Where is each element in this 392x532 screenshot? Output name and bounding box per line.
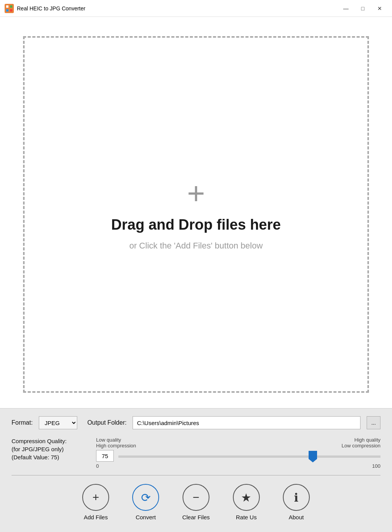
slider-labels-bottom: 0 100 bbox=[96, 463, 380, 469]
drop-zone-title: Drag and Drop files here bbox=[111, 217, 281, 233]
rate-us-button-container[interactable]: ★ Rate Us bbox=[233, 484, 260, 520]
output-folder-input[interactable] bbox=[133, 416, 360, 429]
buttons-row: + Add Files ⟳ Convert − Clear Files ★ Ra… bbox=[12, 480, 380, 528]
about-button[interactable]: ℹ bbox=[283, 484, 310, 511]
divider bbox=[12, 475, 380, 475]
app-icon bbox=[5, 4, 14, 13]
rate-us-label: Rate Us bbox=[236, 514, 257, 520]
add-files-button[interactable]: + bbox=[82, 484, 109, 511]
main-content: + Drag and Drop files here or Click the … bbox=[0, 17, 392, 408]
rate-us-icon: ★ bbox=[241, 491, 251, 504]
low-quality-label: Low quality High compression bbox=[96, 437, 136, 449]
format-select[interactable]: JPEG PNG BMP TIFF bbox=[39, 416, 77, 429]
compression-label: Compression Quality: (for JPG/JPEG only)… bbox=[12, 437, 88, 461]
add-files-button-container[interactable]: + Add Files bbox=[82, 484, 109, 520]
format-output-row: Format: JPEG PNG BMP TIFF Output Folder:… bbox=[12, 416, 380, 429]
output-folder-label: Output Folder: bbox=[87, 419, 126, 426]
convert-button-container[interactable]: ⟳ Convert bbox=[132, 484, 159, 520]
rate-us-button[interactable]: ★ bbox=[233, 484, 260, 511]
minimize-button[interactable]: — bbox=[338, 3, 354, 14]
add-files-label: Add Files bbox=[84, 514, 108, 520]
svg-rect-0 bbox=[5, 4, 14, 13]
maximize-button[interactable]: □ bbox=[355, 3, 370, 14]
title-bar: Real HEIC to JPG Converter — □ ✕ bbox=[0, 0, 392, 17]
convert-button[interactable]: ⟳ bbox=[132, 484, 159, 511]
convert-label: Convert bbox=[136, 514, 156, 520]
app-title: Real HEIC to JPG Converter bbox=[17, 5, 338, 12]
clear-files-label: Clear Files bbox=[182, 514, 210, 520]
quality-slider[interactable] bbox=[118, 455, 380, 458]
svg-rect-4 bbox=[10, 9, 12, 12]
svg-rect-3 bbox=[6, 9, 8, 12]
format-label: Format: bbox=[12, 419, 33, 426]
bottom-panel: Format: JPEG PNG BMP TIFF Output Folder:… bbox=[0, 408, 392, 532]
about-button-container[interactable]: ℹ About bbox=[283, 484, 310, 520]
compression-row: Compression Quality: (for JPG/JPEG only)… bbox=[12, 437, 380, 469]
drop-zone[interactable]: + Drag and Drop files here or Click the … bbox=[23, 36, 369, 393]
window-controls: — □ ✕ bbox=[338, 3, 387, 14]
svg-rect-2 bbox=[10, 5, 12, 8]
close-button[interactable]: ✕ bbox=[372, 3, 387, 14]
convert-icon: ⟳ bbox=[141, 491, 151, 504]
drop-zone-plus-icon: + bbox=[187, 178, 205, 209]
compression-right: Low quality High compression High qualit… bbox=[96, 437, 380, 469]
drop-zone-subtitle: or Click the 'Add Files' button below bbox=[129, 241, 262, 251]
quality-value-box: 75 bbox=[96, 450, 114, 462]
slider-container bbox=[118, 452, 380, 459]
about-icon: ℹ bbox=[294, 491, 298, 504]
about-label: About bbox=[289, 514, 304, 520]
browse-button[interactable]: ... bbox=[367, 416, 380, 429]
add-files-icon: + bbox=[92, 491, 99, 504]
clear-files-icon: − bbox=[193, 491, 199, 504]
svg-rect-1 bbox=[6, 5, 8, 8]
slider-labels-top: Low quality High compression High qualit… bbox=[96, 437, 380, 449]
high-quality-label: High quality Low compression bbox=[342, 437, 380, 449]
slider-middle-row: 75 bbox=[96, 450, 380, 462]
clear-files-button-container[interactable]: − Clear Files bbox=[182, 484, 210, 520]
clear-files-button[interactable]: − bbox=[183, 484, 209, 511]
